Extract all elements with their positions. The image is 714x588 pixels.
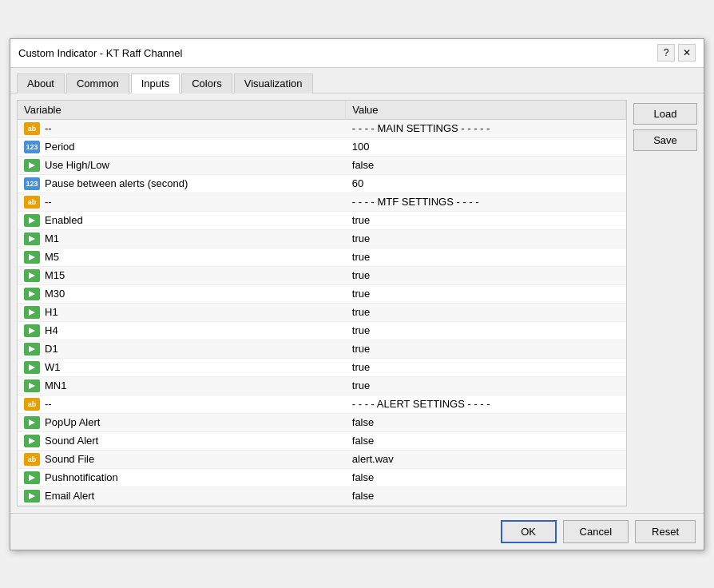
type-badge bbox=[24, 232, 40, 245]
table-row[interactable]: ab--- - - - ALERT SETTINGS - - - - bbox=[18, 395, 626, 413]
table-row[interactable]: 123Pause between alerts (second)60 bbox=[18, 174, 626, 193]
type-badge: ab bbox=[24, 453, 40, 466]
variable-name: MN1 bbox=[45, 379, 66, 391]
type-badge bbox=[24, 214, 40, 227]
tab-visualization[interactable]: Visualization bbox=[234, 74, 313, 93]
type-badge bbox=[24, 159, 40, 172]
type-badge bbox=[24, 361, 40, 374]
variable-cell: Pushnotification bbox=[18, 468, 346, 487]
side-buttons: Load Save bbox=[633, 100, 697, 507]
type-badge bbox=[24, 269, 40, 282]
variable-name: Sound Alert bbox=[45, 435, 98, 447]
variable-cell: Enabled bbox=[18, 211, 346, 229]
value-cell: - - - - MAIN SETTINGS - - - - - bbox=[346, 119, 626, 137]
type-badge: 123 bbox=[24, 177, 40, 190]
variable-name: M5 bbox=[45, 251, 59, 263]
help-button[interactable]: ? bbox=[657, 44, 675, 62]
svg-marker-0 bbox=[29, 162, 35, 169]
variable-name: PopUp Alert bbox=[45, 416, 100, 428]
value-cell: 100 bbox=[346, 137, 626, 156]
table-row[interactable]: Pushnotificationfalse bbox=[18, 468, 626, 487]
title-bar-left: Custom Indicator - KT Raff Channel bbox=[18, 47, 182, 59]
variable-cell: M30 bbox=[18, 284, 346, 303]
load-button[interactable]: Load bbox=[633, 103, 697, 125]
svg-marker-3 bbox=[29, 254, 35, 260]
value-cell: false bbox=[346, 487, 626, 505]
variable-name: H4 bbox=[45, 324, 58, 336]
value-cell: false bbox=[346, 413, 626, 431]
variable-cell: H1 bbox=[18, 303, 346, 321]
variable-name: M15 bbox=[45, 269, 65, 281]
table-row[interactable]: MN1true bbox=[18, 376, 626, 395]
tab-colors[interactable]: Colors bbox=[181, 74, 232, 93]
variable-name: D1 bbox=[45, 343, 58, 355]
variable-cell: abSound File bbox=[18, 450, 346, 468]
variable-cell: W1 bbox=[18, 358, 346, 376]
table-row[interactable]: PopUp Alertfalse bbox=[18, 413, 626, 431]
table-row[interactable]: M1true bbox=[18, 229, 626, 248]
type-badge bbox=[24, 379, 40, 392]
variable-cell: M5 bbox=[18, 248, 346, 266]
dialog-title: Custom Indicator - KT Raff Channel bbox=[18, 47, 182, 59]
content-area: Variable Value ab--- - - - MAIN SETTINGS… bbox=[10, 93, 704, 513]
title-buttons: ? ✕ bbox=[657, 44, 696, 62]
variable-cell: Sound Alert bbox=[18, 431, 346, 450]
variable-name: -- bbox=[45, 398, 52, 410]
type-badge bbox=[24, 471, 40, 484]
variable-cell: M15 bbox=[18, 266, 346, 284]
variable-cell: ab-- bbox=[18, 395, 346, 413]
col-variable: Variable bbox=[18, 101, 346, 120]
table-row[interactable]: abSound Filealert.wav bbox=[18, 450, 626, 468]
variable-name: Period bbox=[45, 141, 75, 153]
table-row[interactable]: 123Period100 bbox=[18, 137, 626, 156]
type-badge bbox=[24, 343, 40, 356]
table-row[interactable]: Enabledtrue bbox=[18, 211, 626, 229]
title-bar: Custom Indicator - KT Raff Channel ? ✕ bbox=[10, 39, 704, 68]
value-cell: true bbox=[346, 358, 626, 376]
variable-name: H1 bbox=[45, 306, 58, 318]
svg-marker-11 bbox=[29, 419, 35, 426]
ok-button[interactable]: OK bbox=[501, 520, 557, 543]
table-row[interactable]: M30true bbox=[18, 284, 626, 303]
table-row[interactable]: ab--- - - - MTF SETTINGS - - - - bbox=[18, 193, 626, 211]
variable-cell: PopUp Alert bbox=[18, 413, 346, 431]
variable-name: Use High/Low bbox=[45, 159, 109, 171]
table-row[interactable]: W1true bbox=[18, 358, 626, 376]
svg-marker-2 bbox=[29, 236, 35, 242]
type-badge bbox=[24, 435, 40, 447]
col-value: Value bbox=[346, 101, 626, 120]
type-badge: 123 bbox=[24, 141, 40, 153]
table-row[interactable]: H1true bbox=[18, 303, 626, 321]
dialog: Custom Indicator - KT Raff Channel ? ✕ A… bbox=[10, 38, 704, 550]
cancel-button[interactable]: Cancel bbox=[563, 520, 629, 543]
value-cell: false bbox=[346, 431, 626, 450]
type-badge bbox=[24, 416, 40, 429]
value-cell: true bbox=[346, 376, 626, 395]
svg-marker-14 bbox=[29, 493, 35, 499]
type-badge: ab bbox=[24, 196, 40, 209]
tab-about[interactable]: About bbox=[17, 74, 65, 93]
variable-cell: M1 bbox=[18, 229, 346, 248]
variable-cell: MN1 bbox=[18, 376, 346, 395]
bottom-bar: OK Cancel Reset bbox=[10, 513, 704, 550]
table-row[interactable]: ab--- - - - MAIN SETTINGS - - - - - bbox=[18, 119, 626, 137]
table-row[interactable]: Sound Alertfalse bbox=[18, 431, 626, 450]
variable-name: M1 bbox=[45, 232, 59, 244]
value-cell: false bbox=[346, 468, 626, 487]
table-row[interactable]: M15true bbox=[18, 266, 626, 284]
reset-button[interactable]: Reset bbox=[635, 520, 696, 543]
svg-marker-10 bbox=[29, 383, 35, 389]
table-row[interactable]: H4true bbox=[18, 321, 626, 340]
save-button[interactable]: Save bbox=[633, 129, 697, 151]
svg-marker-8 bbox=[29, 346, 35, 352]
table-row[interactable]: Email Alertfalse bbox=[18, 487, 626, 505]
type-badge bbox=[24, 306, 40, 319]
table-row[interactable]: M5true bbox=[18, 248, 626, 266]
table-row[interactable]: Use High/Lowfalse bbox=[18, 156, 626, 174]
tab-common[interactable]: Common bbox=[66, 74, 129, 93]
close-button[interactable]: ✕ bbox=[678, 44, 696, 62]
type-badge: ab bbox=[24, 398, 40, 411]
table-row[interactable]: D1true bbox=[18, 340, 626, 358]
tab-inputs[interactable]: Inputs bbox=[131, 74, 180, 93]
variable-cell: ab-- bbox=[18, 119, 346, 137]
